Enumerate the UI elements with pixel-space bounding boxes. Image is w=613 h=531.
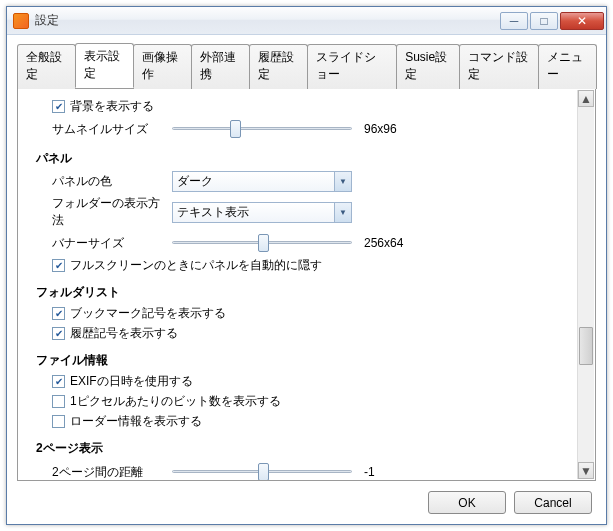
tab-image-ops[interactable]: 画像操作 (133, 44, 192, 89)
minimize-icon: ─ (510, 14, 519, 28)
page-gap-slider[interactable] (172, 461, 352, 480)
slider-track (172, 127, 352, 130)
scroll-down-button[interactable]: ▼ (578, 462, 594, 479)
thumbnail-size-row: サムネイルサイズ 96x96 (36, 118, 561, 140)
exif-row: ✔ EXIFの日時を使用する (36, 373, 561, 390)
tab-susie[interactable]: Susie設定 (396, 44, 460, 89)
page-gap-label: 2ページ間の距離 (52, 464, 162, 481)
loader-checkbox[interactable] (52, 415, 65, 428)
bookmark-row: ✔ ブックマーク記号を表示する (36, 305, 561, 322)
loader-row: ローダー情報を表示する (36, 413, 561, 430)
tab-content: ✔ 背景を表示する サムネイルサイズ 96x96 パネル パネルの色 ダーク (18, 89, 577, 480)
chevron-up-icon: ▲ (580, 92, 592, 106)
thumbnail-size-slider[interactable] (172, 118, 352, 140)
slider-thumb[interactable] (258, 463, 269, 480)
thumbnail-size-value: 96x96 (364, 122, 397, 136)
scroll-track[interactable] (578, 107, 594, 462)
folderlist-heading: フォルダリスト (36, 284, 561, 301)
folder-display-row: フォルダーの表示方法 テキスト表示 ▼ (36, 195, 561, 229)
panel-color-row: パネルの色 ダーク ▼ (36, 171, 561, 192)
fullscreen-hide-row: ✔ フルスクリーンのときにパネルを自動的に隠す (36, 257, 561, 274)
show-bg-label: 背景を表示する (70, 98, 154, 115)
titlebar[interactable]: 設定 ─ □ ✕ (7, 7, 606, 35)
tab-external[interactable]: 外部連携 (191, 44, 250, 89)
fullscreen-hide-label: フルスクリーンのときにパネルを自動的に隠す (70, 257, 322, 274)
show-bg-checkbox[interactable]: ✔ (52, 100, 65, 113)
cancel-button[interactable]: Cancel (514, 491, 592, 514)
maximize-icon: □ (540, 14, 547, 28)
client-area: 全般設定 表示設定 画像操作 外部連携 履歴設定 スライドショー Susie設定… (7, 35, 606, 524)
page-gap-row: 2ページ間の距離 -1 (36, 461, 561, 480)
tab-slideshow[interactable]: スライドショー (307, 44, 397, 89)
thumbnail-size-label: サムネイルサイズ (52, 121, 162, 138)
panel-color-value: ダーク (177, 173, 213, 190)
tab-menu[interactable]: メニュー (538, 44, 597, 89)
close-icon: ✕ (577, 14, 587, 28)
close-button[interactable]: ✕ (560, 12, 604, 30)
page-gap-value: -1 (364, 465, 375, 479)
tab-history[interactable]: 履歴設定 (249, 44, 308, 89)
slider-thumb[interactable] (230, 120, 241, 138)
exif-label: EXIFの日時を使用する (70, 373, 193, 390)
panel-color-label: パネルの色 (52, 173, 162, 190)
history-mark-label: 履歴記号を表示する (70, 325, 178, 342)
chevron-down-icon: ▼ (580, 464, 592, 478)
scroll-thumb[interactable] (579, 327, 593, 365)
tabstrip: 全般設定 表示設定 画像操作 外部連携 履歴設定 スライドショー Susie設定… (17, 43, 596, 88)
history-mark-row: ✔ 履歴記号を表示する (36, 325, 561, 342)
banner-size-value: 256x64 (364, 236, 403, 250)
settings-window: 設定 ─ □ ✕ 全般設定 表示設定 画像操作 外部連携 履歴設定 スライドショ… (6, 6, 607, 525)
fullscreen-hide-checkbox[interactable]: ✔ (52, 259, 65, 272)
bpp-checkbox[interactable] (52, 395, 65, 408)
history-mark-checkbox[interactable]: ✔ (52, 327, 65, 340)
tab-command[interactable]: コマンド設定 (459, 44, 539, 89)
maximize-button[interactable]: □ (530, 12, 558, 30)
vertical-scrollbar[interactable]: ▲ ▼ (577, 90, 594, 479)
folder-display-label: フォルダーの表示方法 (52, 195, 162, 229)
fileinfo-heading: ファイル情報 (36, 352, 561, 369)
loader-label: ローダー情報を表示する (70, 413, 202, 430)
minimize-button[interactable]: ─ (500, 12, 528, 30)
folder-display-select[interactable]: テキスト表示 ▼ (172, 202, 352, 223)
twopage-heading: 2ページ表示 (36, 440, 561, 457)
ok-button[interactable]: OK (428, 491, 506, 514)
banner-size-row: バナーサイズ 256x64 (36, 232, 561, 254)
tab-pane: ✔ 背景を表示する サムネイルサイズ 96x96 パネル パネルの色 ダーク (17, 88, 596, 481)
slider-thumb[interactable] (258, 234, 269, 252)
window-title: 設定 (35, 12, 500, 29)
chevron-down-icon: ▼ (334, 203, 351, 222)
bookmark-checkbox[interactable]: ✔ (52, 307, 65, 320)
show-bg-row: ✔ 背景を表示する (36, 98, 561, 115)
banner-size-label: バナーサイズ (52, 235, 162, 252)
window-buttons: ─ □ ✕ (500, 12, 604, 30)
panel-color-select[interactable]: ダーク ▼ (172, 171, 352, 192)
scroll-up-button[interactable]: ▲ (578, 90, 594, 107)
app-icon (13, 13, 29, 29)
bookmark-label: ブックマーク記号を表示する (70, 305, 226, 322)
banner-size-slider[interactable] (172, 232, 352, 254)
chevron-down-icon: ▼ (334, 172, 351, 191)
exif-checkbox[interactable]: ✔ (52, 375, 65, 388)
tab-display[interactable]: 表示設定 (75, 43, 134, 88)
bpp-row: 1ピクセルあたりのビット数を表示する (36, 393, 561, 410)
bpp-label: 1ピクセルあたりのビット数を表示する (70, 393, 281, 410)
folder-display-value: テキスト表示 (177, 204, 249, 221)
tab-general[interactable]: 全般設定 (17, 44, 76, 89)
panel-heading: パネル (36, 150, 561, 167)
dialog-buttons: OK Cancel (17, 481, 596, 514)
